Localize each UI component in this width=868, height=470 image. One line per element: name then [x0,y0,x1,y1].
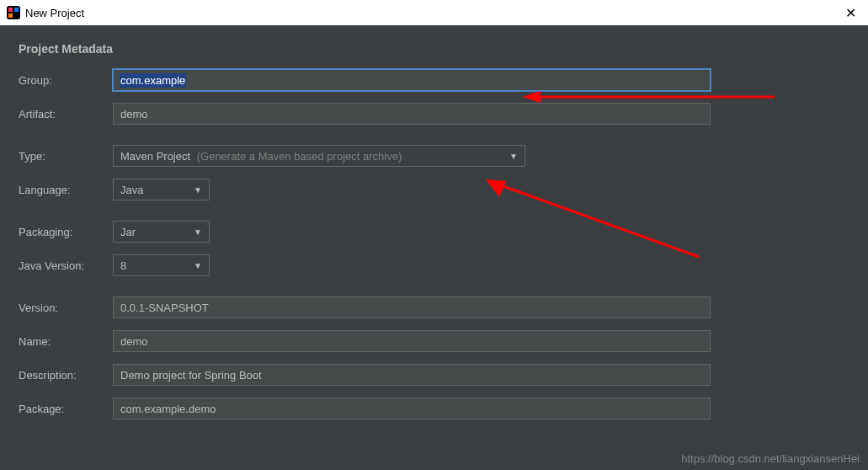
package-input[interactable] [113,398,711,419]
watermark: https://blog.csdn.net/liangxiansenHei [681,452,860,465]
name-input[interactable] [113,330,711,352]
packaging-dropdown-value: Jar [120,226,136,238]
description-input[interactable] [113,364,711,386]
content-panel: Project Metadata Group: com.example Arti… [0,25,868,440]
version-label: Version: [19,302,113,314]
titlebar: New Project ✕ [0,0,868,25]
chevron-down-icon: ▼ [194,261,202,270]
window-title: New Project [25,7,84,19]
chevron-down-icon: ▼ [194,227,202,237]
type-label: Type: [19,150,113,163]
titlebar-left: New Project [7,6,84,19]
app-icon [7,6,20,19]
group-input[interactable]: com.example [113,69,711,91]
group-label: Group: [19,74,113,87]
package-row: Package: [19,398,849,419]
language-label: Language: [19,184,113,196]
description-label: Description: [19,369,113,382]
close-button[interactable]: ✕ [840,3,861,23]
group-row: Group: com.example [19,69,849,91]
section-title: Project Metadata [19,42,849,56]
version-input[interactable] [113,296,711,318]
java-version-row: Java Version: 8 ▼ [19,254,849,276]
svg-rect-1 [8,8,13,12]
chevron-down-icon: ▼ [509,152,518,161]
name-label: Name: [19,335,113,348]
language-dropdown[interactable]: Java ▼ [113,179,210,200]
svg-rect-3 [14,8,19,12]
artifact-row: Artifact: [19,103,849,125]
java-version-dropdown[interactable]: 8 ▼ [113,254,210,276]
group-input-selection: com.example [120,73,186,88]
type-dropdown-value: Maven Project (Generate a Maven based pr… [120,150,402,163]
version-row: Version: [19,296,849,318]
java-version-label: Java Version: [19,259,113,272]
java-version-dropdown-value: 8 [120,259,126,272]
name-row: Name: [19,330,849,352]
packaging-row: Packaging: Jar ▼ [19,221,849,243]
description-row: Description: [19,364,849,386]
language-dropdown-value: Java [120,184,143,196]
chevron-down-icon: ▼ [194,185,202,195]
type-row: Type: Maven Project (Generate a Maven ba… [19,145,849,167]
packaging-label: Packaging: [19,226,113,238]
artifact-input[interactable] [113,103,711,125]
type-dropdown[interactable]: Maven Project (Generate a Maven based pr… [113,145,525,167]
svg-rect-2 [8,13,13,18]
package-label: Package: [19,403,113,415]
language-row: Language: Java ▼ [19,179,849,200]
packaging-dropdown[interactable]: Jar ▼ [113,221,210,243]
artifact-label: Artifact: [19,108,113,120]
